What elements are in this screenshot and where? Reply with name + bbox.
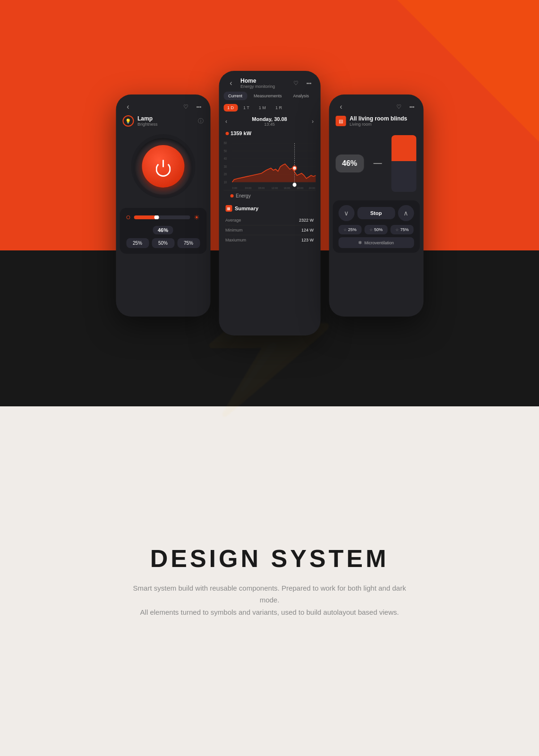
blinds-device-icon: ▤ [335, 116, 346, 126]
blinds-heart-icon: ♡ [396, 103, 402, 110]
summary-average-value: 2322 W [299, 218, 314, 223]
blinds-heart-btn[interactable]: ♡ [394, 102, 403, 112]
date-next-btn[interactable]: › [312, 118, 314, 125]
brightness-slider-row: ☀ [126, 214, 200, 221]
energy-back-icon: ‹ [230, 79, 232, 87]
blinds-preset-75-label: 75% [400, 227, 409, 232]
blind-visual [391, 135, 417, 192]
blind-fill [391, 135, 417, 161]
period-1t-btn[interactable]: 1 T [240, 104, 253, 112]
microvent-btn[interactable]: ❄ Microventilation [338, 237, 414, 248]
tab-measurements[interactable]: Measurements [249, 92, 287, 100]
energy-header: ‹ Home Energy monitoring ♡ ••• [219, 71, 320, 92]
star-icon-50: ☆ [369, 228, 373, 232]
blinds-back-btn[interactable]: ‹ [335, 101, 347, 112]
blinds-title-area: ▤ All living room blinds Living room [329, 115, 423, 130]
power-button[interactable] [142, 145, 184, 188]
phone-energy: ‹ Home Energy monitoring ♡ ••• Current M… [219, 71, 320, 335]
blinds-more-icon: ••• [410, 104, 415, 110]
summary-minimum-row: Minimum 124 W [225, 225, 314, 235]
summary-section: ▦ Summary Average 2322 W Minimum 124 W M… [219, 201, 320, 249]
up-icon: ∧ [403, 209, 408, 217]
energy-back-btn[interactable]: ‹ [225, 77, 237, 89]
svg-text:12:00: 12:00 [271, 187, 278, 189]
stop-row: ∨ Stop ∧ [338, 205, 414, 221]
blind-connector [373, 163, 382, 164]
lamp-title-group: Lamp Brightness [137, 115, 158, 127]
lamp-more-btn[interactable]: ••• [194, 102, 204, 112]
power-symbol [154, 158, 171, 175]
blinds-percent-badge: 46% [335, 155, 364, 172]
microvent-label: Microventilation [364, 241, 394, 245]
energy-title: Home [240, 77, 256, 84]
blinds-down-btn[interactable]: ∨ [338, 205, 354, 221]
blinds-title-group: All living room blinds Living room [350, 115, 407, 127]
blinds-preset-50-btn[interactable]: ☆ 50% [364, 225, 387, 234]
energy-value-row: 1359 kW [219, 129, 320, 138]
chart-time-dot [292, 183, 296, 187]
svg-text:60: 60 [223, 141, 227, 145]
lamp-info-icon[interactable]: ⓘ [198, 117, 204, 125]
tab-current[interactable]: Current [223, 92, 247, 100]
blinds-preset-25-btn[interactable]: ☆ 25% [338, 225, 361, 234]
lamp-back-btn[interactable]: ‹ [122, 101, 134, 112]
energy-label-row: Energy [223, 190, 316, 201]
preset-50-btn[interactable]: 50% [152, 238, 174, 248]
blinds-header-right: ♡ ••• [394, 102, 417, 112]
summary-maximum-value: 123 W [301, 238, 314, 242]
summary-minimum-label: Minimum [225, 228, 243, 232]
date-nav: ‹ Monday, 30.08 13:45 › [219, 114, 320, 129]
date-prev-btn[interactable]: ‹ [225, 118, 227, 125]
phone-blinds: ‹ ♡ ••• ▤ All living room blinds Living … [329, 94, 423, 317]
summary-title: Summary [235, 206, 258, 211]
blinds-up-btn[interactable]: ∧ [398, 205, 414, 221]
summary-average-label: Average [225, 218, 241, 223]
energy-heart-icon: ♡ [293, 80, 299, 86]
design-system-desc: Smart system build with reusable compone… [128, 582, 411, 619]
chart-area: 60 50 40 30 20 10 0:00 04:00 [223, 138, 316, 190]
design-system-title: DESIGN SYSTEM [150, 544, 389, 573]
back-icon: ‹ [127, 103, 129, 111]
svg-text:40: 40 [223, 157, 227, 160]
energy-heart-btn[interactable]: ♡ [291, 78, 300, 88]
stop-btn[interactable]: Stop [357, 207, 395, 219]
svg-text:0:00: 0:00 [232, 187, 237, 189]
tab-analysis[interactable]: Analysis [289, 92, 314, 100]
energy-more-icon: ••• [307, 81, 312, 86]
summary-header: ▦ Summary [225, 205, 314, 212]
lamp-bulb-icon: 💡 [122, 115, 134, 127]
preset-25-btn[interactable]: 25% [126, 238, 149, 248]
brightness-area: ☀ 46% 25% 50% 75% [120, 208, 206, 254]
lamp-header: ‹ ♡ ••• [116, 94, 210, 115]
sun-large-icon: ☀ [194, 214, 200, 221]
energy-value-text: 1359 kW [231, 130, 251, 136]
microvent-icon: ❄ [358, 240, 362, 245]
preset-buttons: 25% 50% 75% [126, 238, 200, 248]
blinds-control-area: 46% [329, 130, 423, 197]
calendar-icon: ▦ [227, 206, 231, 211]
energy-header-right: ♡ ••• [291, 78, 314, 88]
down-icon: ∨ [344, 209, 349, 217]
date-text: Monday, 30.08 [252, 116, 287, 122]
phone-lamp: ‹ ♡ ••• 💡 Lamp Brightness ⓘ [116, 94, 210, 317]
energy-label-dot [230, 194, 233, 198]
brightness-percent: 46% [153, 226, 173, 234]
lamp-heart-btn[interactable]: ♡ [181, 102, 190, 112]
period-1r-btn[interactable]: 1 R [272, 104, 286, 112]
brightness-slider-track[interactable] [134, 215, 190, 219]
lamp-subtitle: Brightness [137, 122, 158, 127]
blinds-more-btn[interactable]: ••• [407, 102, 417, 112]
time-text: 13:45 [252, 122, 287, 127]
star-icon-25: ☆ [343, 228, 347, 232]
period-1d-btn[interactable]: 1 D [223, 104, 238, 112]
summary-minimum-value: 124 W [301, 228, 314, 232]
blinds-preset-75-btn[interactable]: ☆ 75% [391, 225, 414, 234]
preset-75-btn[interactable]: 75% [177, 238, 200, 248]
desc-line2: All elements turned to symbols and varia… [140, 608, 399, 616]
energy-more-btn[interactable]: ••• [304, 78, 314, 88]
period-1m-btn[interactable]: 1 M [255, 104, 270, 112]
lamp-title: Lamp [137, 115, 158, 122]
chart-svg: 60 50 40 30 20 10 0:00 04:00 [223, 138, 316, 190]
power-outer-ring [135, 138, 191, 195]
more-icon: ••• [197, 104, 202, 110]
